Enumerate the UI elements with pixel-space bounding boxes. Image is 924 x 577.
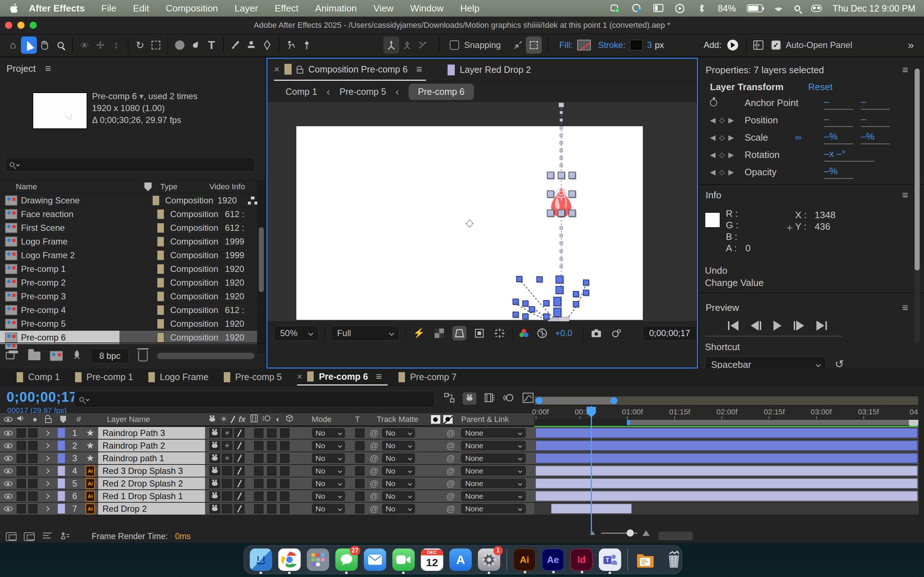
track-matte-column[interactable]: Track Matte (377, 415, 431, 424)
collapse-switch[interactable] (221, 504, 233, 514)
matte-pickwhip-icon[interactable]: @ (370, 466, 378, 476)
shy-switch[interactable] (209, 504, 220, 514)
menu-composition[interactable]: Composition (166, 3, 218, 14)
control-center-icon[interactable] (811, 5, 822, 12)
layer-color-swatch[interactable] (58, 466, 65, 475)
anchor-x-value[interactable]: – (824, 96, 853, 110)
add-button[interactable] (727, 40, 738, 50)
solo-toggle[interactable] (28, 479, 37, 488)
motion-blur-switch[interactable] (267, 504, 276, 514)
layer-name[interactable]: Raindrop path 1 (98, 452, 205, 464)
bit-depth-button[interactable]: 8 bpc (91, 348, 129, 364)
label-column-tag-icon[interactable] (144, 182, 152, 191)
motion-blur-switch[interactable] (267, 441, 276, 450)
splash-keyframe-handle[interactable] (543, 313, 549, 319)
breadcrumb-comp-1[interactable]: Comp 1 (286, 87, 317, 97)
selection-handle[interactable] (547, 190, 554, 198)
layer-name[interactable]: Red Drop 2 (98, 503, 205, 515)
guides-grid-options-icon[interactable] (492, 326, 507, 340)
preview-comp-name[interactable]: Pre-comp 6 (92, 91, 137, 101)
interpret-footage-icon[interactable] (6, 350, 19, 362)
label-swatch[interactable] (157, 209, 164, 219)
menu-layer[interactable]: Layer (234, 3, 258, 14)
shape-tool-ellipse[interactable] (172, 36, 188, 54)
mode-dropdown[interactable]: No (312, 466, 345, 475)
splash-keyframe-handle[interactable] (573, 291, 579, 297)
audio-toggle[interactable] (16, 441, 26, 450)
threed-switch[interactable] (280, 441, 289, 450)
track-matte-dropdown[interactable]: No (382, 479, 415, 488)
menu-animation[interactable]: Animation (315, 3, 357, 14)
prev-keyframe-icon[interactable]: ◀ (710, 133, 716, 142)
eye-icon[interactable] (4, 494, 13, 499)
parent-link-column[interactable]: Parent & Link (461, 415, 509, 424)
preview-menu-icon[interactable]: ≡ (902, 302, 908, 313)
quality-switch[interactable] (234, 504, 245, 514)
properties-scrollbar[interactable] (914, 69, 920, 343)
expand-chevron-icon[interactable] (44, 506, 50, 511)
channel-rgb-icon[interactable] (519, 328, 529, 338)
pan-camera-tool[interactable]: ✛ (92, 36, 108, 54)
expand-chevron-icon[interactable] (44, 481, 50, 486)
zoom-slider[interactable] (601, 533, 637, 534)
preserve-transparency-column[interactable]: T (355, 415, 377, 424)
next-frame-button[interactable] (794, 321, 804, 331)
eye-icon[interactable] (4, 481, 13, 486)
close-tab-icon[interactable]: × (274, 64, 279, 75)
parent-pickwhip-icon[interactable]: @ (446, 491, 455, 501)
stroke-swatch[interactable] (630, 40, 643, 50)
snap-marquee-button[interactable] (526, 36, 542, 54)
parent-dropdown[interactable]: None (461, 441, 526, 450)
audio-column-speaker-icon[interactable] (16, 415, 29, 424)
dock-chrome-icon[interactable] (278, 548, 300, 571)
quality-switch[interactable] (234, 491, 245, 501)
status-app-icon[interactable] (610, 3, 620, 13)
anchor-y-value[interactable]: – (861, 96, 890, 110)
brush-tool[interactable] (228, 36, 243, 54)
label-swatch[interactable] (157, 278, 164, 288)
solo-toggle[interactable] (28, 441, 37, 450)
fx-switch[interactable] (254, 504, 263, 514)
track-matte-dropdown[interactable]: No (382, 428, 415, 438)
timeline-tab-precomp1[interactable]: Pre-comp 1 (75, 369, 149, 385)
project-row[interactable]: Pre-comp 2Composition1920 (0, 276, 257, 290)
layer-color-swatch[interactable] (58, 491, 65, 501)
wifi-icon[interactable] (774, 4, 783, 12)
quality-switch[interactable] (234, 428, 245, 438)
play-button[interactable] (774, 321, 782, 331)
motion-blur-switch[interactable] (267, 454, 276, 463)
shy-icon[interactable] (209, 417, 215, 422)
dock-downloads-folder-icon[interactable] (634, 548, 657, 571)
selection-handle[interactable] (558, 210, 565, 217)
composition-mini-flowchart-icon[interactable] (444, 393, 455, 404)
collapse-switch[interactable] (221, 466, 233, 475)
eye-icon[interactable] (4, 469, 13, 474)
layer-row-6[interactable]: 6 Ai Red 1 Drop Splash 1 No @ No @ None (0, 490, 534, 502)
threed-switch[interactable] (280, 429, 289, 438)
zoom-in-mountain-icon[interactable] (643, 530, 650, 536)
parent-pickwhip-icon[interactable]: @ (446, 504, 455, 514)
parent-dropdown[interactable]: None (461, 453, 526, 463)
index-column[interactable]: # (71, 415, 87, 424)
layer-name[interactable]: Red 1 Drop Splash 1 (98, 490, 205, 502)
eye-icon[interactable] (4, 456, 13, 461)
splash-keyframe-handle[interactable] (516, 276, 522, 282)
lock-column-icon[interactable] (45, 418, 52, 423)
audio-toggle[interactable] (16, 492, 26, 501)
toggle-render-icon[interactable] (60, 531, 70, 542)
splash-keyframe-handle[interactable] (583, 279, 589, 285)
menu-view[interactable]: View (373, 3, 394, 14)
timeline-menu-icon[interactable]: ≡ (376, 371, 382, 382)
layer-row-4[interactable]: 4 Ai Red 3 Drop Splash 3 No @ No @ None (0, 465, 534, 477)
selection-handle[interactable] (569, 172, 576, 179)
project-panel-menu-icon[interactable]: ≡ (45, 63, 51, 74)
project-row[interactable]: Pre-comp 1Composition1920 (0, 262, 257, 276)
status-display-icon[interactable] (653, 3, 664, 13)
splash-keyframe-handle[interactable] (556, 276, 564, 284)
layer-color-swatch[interactable] (58, 453, 65, 463)
snapping-checkbox[interactable] (450, 40, 459, 50)
menu-edit[interactable]: Edit (133, 3, 149, 14)
selection-tool[interactable] (21, 36, 37, 54)
dock-teams-icon[interactable]: T (599, 548, 621, 571)
status-screen-share-icon[interactable] (631, 3, 642, 13)
